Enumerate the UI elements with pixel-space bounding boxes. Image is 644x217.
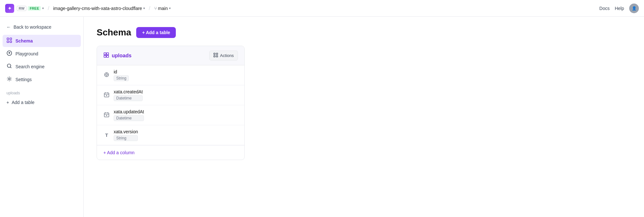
- sidebar: ← Back to workspace Schema: [0, 17, 84, 217]
- free-badge: FREE: [28, 6, 41, 11]
- table-name-link[interactable]: uploads: [103, 52, 131, 59]
- field-name-updatedat: xata.updatedAt: [114, 109, 144, 114]
- field-info-version: xata.version String: [114, 129, 138, 141]
- table-grid-icon: [103, 52, 109, 59]
- field-type-version: String: [114, 135, 138, 141]
- logo[interactable]: ✦: [5, 4, 14, 13]
- svg-point-27: [106, 95, 107, 96]
- text-icon-version: T: [103, 132, 110, 138]
- id-icon: [103, 72, 110, 79]
- add-table-plus-icon: +: [6, 100, 9, 105]
- svg-rect-9: [104, 52, 106, 54]
- main-content: Schema + Add a table uplo: [84, 17, 644, 217]
- branch-chevron-icon: ▾: [169, 6, 171, 10]
- svg-rect-11: [104, 55, 106, 57]
- schema-card: uploads Actions: [97, 46, 245, 160]
- nav-separator-2: /: [149, 5, 150, 11]
- svg-line-7: [10, 67, 11, 68]
- field-type-createdat: Datetime: [114, 95, 143, 101]
- field-info-id: id String: [114, 69, 129, 81]
- project-chevron-icon: ▾: [143, 6, 145, 10]
- field-name-id: id: [114, 69, 129, 74]
- field-type-updatedat: Datetime: [114, 115, 144, 121]
- sidebar-item-settings[interactable]: Settings: [3, 73, 81, 86]
- workspace-chevron-icon[interactable]: ▾: [42, 6, 44, 10]
- svg-point-6: [7, 64, 11, 68]
- app-layout: ← Back to workspace Schema: [0, 17, 644, 217]
- workspace-badge: RW FREE ▾: [17, 6, 44, 11]
- schema-icon: [6, 37, 12, 44]
- svg-rect-14: [216, 53, 218, 54]
- actions-label: Actions: [220, 53, 234, 58]
- branch-selector[interactable]: ⑂ main ▾: [154, 6, 171, 11]
- actions-button[interactable]: Actions: [209, 51, 238, 61]
- svg-rect-23: [104, 93, 109, 97]
- back-to-workspace[interactable]: ← Back to workspace: [0, 22, 83, 32]
- field-info-createdat: xata.createdAt Datetime: [114, 89, 143, 101]
- svg-point-32: [106, 115, 107, 116]
- svg-point-18: [106, 74, 107, 75]
- add-table-label: Add a table: [12, 100, 34, 105]
- schema-label: Schema: [15, 38, 33, 43]
- add-table-button[interactable]: + Add a table: [136, 27, 176, 38]
- svg-point-8: [8, 78, 10, 80]
- field-name-version: xata.version: [114, 129, 138, 134]
- user-avatar[interactable]: 👤: [629, 4, 639, 13]
- sidebar-nav: Schema Playground: [0, 35, 83, 86]
- add-table-btn-label: + Add a table: [142, 30, 170, 35]
- field-row-createdat: xata.createdAt Datetime: [97, 85, 244, 105]
- datetime-icon-createdat: [103, 92, 110, 99]
- docs-link[interactable]: Docs: [599, 6, 610, 11]
- page-header: Schema + Add a table: [97, 27, 631, 38]
- sidebar-add-table[interactable]: + Add a table: [0, 97, 83, 108]
- table-name: uploads: [112, 53, 131, 59]
- playground-label: Playground: [15, 51, 38, 56]
- sidebar-item-schema[interactable]: Schema: [3, 35, 81, 47]
- add-column-row[interactable]: + Add a column: [97, 145, 244, 160]
- branch-name: main: [158, 6, 168, 11]
- sidebar-section-label: uploads: [0, 86, 83, 97]
- schema-card-header: uploads Actions: [97, 46, 244, 65]
- svg-rect-28: [104, 113, 109, 117]
- datetime-icon-updatedat: [103, 112, 110, 119]
- search-engine-label: Search engine: [15, 64, 44, 69]
- svg-rect-13: [214, 53, 215, 54]
- back-label: Back to workspace: [14, 24, 52, 30]
- sidebar-item-playground[interactable]: Playground: [3, 48, 81, 60]
- actions-grid-icon: [213, 53, 218, 58]
- topnav: ✦ RW FREE ▾ / image-gallery-cms-with-xat…: [0, 0, 644, 17]
- field-info-updatedat: xata.updatedAt Datetime: [114, 109, 144, 121]
- svg-rect-12: [107, 55, 109, 57]
- svg-rect-15: [214, 56, 215, 57]
- sidebar-item-search-engine[interactable]: Search engine: [3, 61, 81, 73]
- help-link[interactable]: Help: [615, 6, 624, 11]
- page-title: Schema: [97, 27, 131, 38]
- field-name-createdat: xata.createdAt: [114, 89, 143, 94]
- settings-icon: [6, 76, 12, 83]
- nav-separator-1: /: [48, 5, 49, 11]
- back-arrow-icon: ←: [6, 24, 11, 30]
- rw-label: RW: [17, 6, 26, 11]
- svg-point-17: [105, 72, 109, 77]
- branch-icon: ⑂: [154, 6, 157, 11]
- topnav-right: Docs Help 👤: [599, 4, 639, 13]
- field-row-version: T xata.version String: [97, 125, 244, 145]
- svg-rect-16: [216, 56, 218, 57]
- add-column-label: + Add a column: [103, 150, 135, 155]
- project-selector[interactable]: image-gallery-cms-with-xata-astro-cloudf…: [53, 6, 145, 11]
- svg-rect-2: [7, 41, 9, 42]
- settings-label: Settings: [15, 77, 32, 82]
- svg-rect-10: [107, 52, 109, 54]
- project-name: image-gallery-cms-with-xata-astro-cloudf…: [53, 6, 142, 11]
- svg-rect-1: [10, 38, 12, 40]
- svg-rect-0: [7, 38, 9, 40]
- field-type-id: String: [114, 75, 129, 81]
- search-engine-icon: [6, 63, 12, 70]
- playground-icon: [6, 50, 12, 57]
- svg-rect-3: [10, 41, 12, 42]
- field-row-id: id String: [97, 65, 244, 85]
- field-row-updatedat: xata.updatedAt Datetime: [97, 105, 244, 125]
